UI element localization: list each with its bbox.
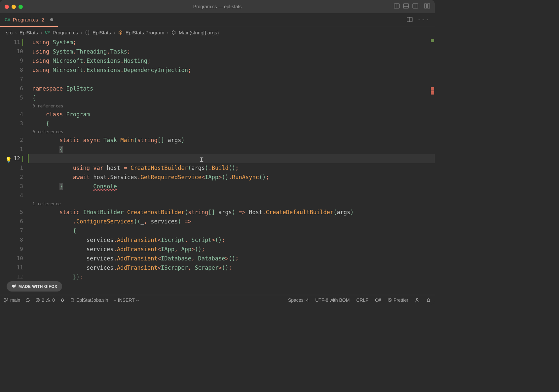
flame-button[interactable] bbox=[60, 298, 65, 302]
layout-customize-icon[interactable] bbox=[424, 3, 430, 10]
sync-button[interactable] bbox=[25, 298, 30, 302]
code-line[interactable]: static async Task Main(string[] args) bbox=[28, 136, 435, 145]
tab-program-cs[interactable]: C# Program.cs 2 bbox=[0, 13, 58, 27]
window-title: Program.cs — epl-stats bbox=[193, 4, 242, 9]
csharp-icon: C# bbox=[45, 30, 50, 35]
close-button[interactable] bbox=[5, 5, 9, 9]
minimap-marker[interactable] bbox=[431, 87, 434, 91]
code-line[interactable]: await host.Services.GetRequiredService<I… bbox=[28, 173, 435, 182]
code-line[interactable]: services.AddTransient<IScript, Script>()… bbox=[28, 235, 435, 245]
code-line[interactable]: } bbox=[28, 182, 435, 191]
language-mode-button[interactable]: C# bbox=[375, 297, 381, 303]
code-line[interactable] bbox=[28, 191, 435, 200]
csharp-icon: C# bbox=[5, 17, 10, 22]
code-line[interactable]: .ConfigureServices((_, services) => bbox=[28, 217, 435, 226]
vim-mode: -- INSERT -- bbox=[113, 297, 139, 303]
chevron-right-icon: › bbox=[167, 30, 168, 35]
warning-icon bbox=[46, 298, 51, 302]
code-line[interactable]: }); bbox=[28, 272, 435, 282]
breadcrumb[interactable]: src › EplStats › C# Program.cs › EplStat… bbox=[0, 27, 435, 38]
breadcrumb-item[interactable]: Program.cs bbox=[53, 30, 78, 35]
namespace-icon bbox=[85, 30, 90, 35]
chevron-right-icon: › bbox=[15, 30, 17, 35]
flame-icon bbox=[60, 298, 65, 302]
code-line[interactable]: { bbox=[28, 226, 435, 235]
change-indicator-icon bbox=[28, 154, 29, 163]
person-icon bbox=[415, 298, 420, 302]
code-line-current[interactable]: 💡 Console ⌶ bbox=[28, 154, 435, 163]
feedback-button[interactable] bbox=[415, 298, 420, 302]
breadcrumb-item[interactable]: Main(string[] args) bbox=[179, 30, 219, 35]
code-line[interactable]: using Microsoft.Extensions.DependencyInj… bbox=[28, 65, 435, 75]
titlebar: Program.cs — epl-stats bbox=[0, 0, 435, 13]
code-line[interactable]: static IHostBuilder CreateHostBuilder(st… bbox=[28, 208, 435, 217]
sync-icon bbox=[25, 298, 30, 302]
minimize-button[interactable] bbox=[12, 5, 16, 9]
code-line[interactable]: { bbox=[28, 119, 435, 128]
solution-file[interactable]: EplStatJobs.sln bbox=[70, 297, 108, 303]
problems-button[interactable]: 2 0 bbox=[35, 297, 55, 303]
prettier-icon bbox=[388, 298, 392, 302]
codelens[interactable]: 0 references bbox=[28, 102, 435, 110]
svg-rect-0 bbox=[394, 4, 399, 8]
encoding-button[interactable]: UTF-8 with BOM bbox=[315, 297, 350, 303]
svg-point-12 bbox=[7, 298, 8, 300]
svg-rect-6 bbox=[425, 4, 427, 8]
branch-icon bbox=[4, 298, 9, 302]
svg-rect-2 bbox=[403, 4, 409, 8]
breadcrumb-item[interactable]: EplStats.Program bbox=[126, 30, 165, 35]
codelens[interactable]: 0 references bbox=[28, 128, 435, 136]
error-icon bbox=[35, 298, 40, 302]
breadcrumb-item[interactable]: EplStats bbox=[19, 30, 38, 35]
codelens[interactable]: 1 reference bbox=[28, 200, 435, 208]
svg-rect-7 bbox=[428, 4, 430, 8]
editor[interactable]: 11 10 9 8 7 6 5 4 3 2 1 12 1 2 3 4 5 6 7… bbox=[0, 38, 435, 295]
gutter: 11 10 9 8 7 6 5 4 3 2 1 12 1 2 3 4 5 6 7… bbox=[0, 38, 28, 295]
code-line[interactable]: services.AddTransient<IApp, App>(); bbox=[28, 245, 435, 254]
code-line[interactable]: using var host = CreateHostBuilder(args)… bbox=[28, 163, 435, 173]
code-line[interactable]: using Microsoft.Extensions.Hosting; bbox=[28, 56, 435, 65]
split-right-icon[interactable] bbox=[412, 3, 418, 10]
class-icon bbox=[118, 30, 123, 35]
notifications-button[interactable] bbox=[426, 298, 431, 302]
tab-problem-count: 2 bbox=[41, 17, 44, 22]
code-line[interactable]: services.AddTransient<IScraper, Scraper>… bbox=[28, 263, 435, 272]
svg-rect-4 bbox=[413, 4, 418, 8]
code-line[interactable]: { bbox=[28, 93, 435, 102]
minimap-marker[interactable] bbox=[431, 39, 434, 42]
overview-ruler[interactable] bbox=[431, 38, 434, 170]
code-line[interactable] bbox=[28, 75, 435, 84]
code-line[interactable]: using System.Threading.Tasks; bbox=[28, 47, 435, 56]
statusbar: main 2 0 EplStatJobs.sln -- INSERT -- Sp… bbox=[0, 295, 435, 305]
traffic-lights bbox=[5, 5, 23, 9]
fox-icon bbox=[11, 283, 17, 290]
eol-button[interactable]: CRLF bbox=[356, 297, 368, 303]
code-line[interactable]: { bbox=[28, 145, 435, 154]
chevron-right-icon: › bbox=[114, 30, 115, 35]
code-line[interactable]: class Program bbox=[28, 110, 435, 119]
split-editor-icon[interactable] bbox=[407, 17, 413, 24]
minimap-marker[interactable] bbox=[431, 91, 434, 95]
split-left-icon[interactable] bbox=[394, 3, 400, 10]
svg-point-10 bbox=[5, 298, 6, 299]
indentation-button[interactable]: Spaces: 4 bbox=[288, 297, 309, 303]
lightbulb-icon[interactable]: 💡 bbox=[5, 155, 12, 165]
prettier-button[interactable]: Prettier bbox=[388, 297, 408, 303]
file-icon bbox=[70, 298, 75, 302]
breadcrumb-item[interactable]: EplStats bbox=[93, 30, 111, 35]
text-cursor-icon: ⌶ bbox=[200, 155, 204, 164]
code-line[interactable]: using System; bbox=[28, 38, 435, 47]
code-line[interactable]: services.AddTransient<IDatabase, Databas… bbox=[28, 254, 435, 263]
chevron-right-icon: › bbox=[81, 30, 82, 35]
gifox-badge: MADE WITH GIFOX bbox=[7, 281, 62, 292]
split-bottom-icon[interactable] bbox=[403, 3, 409, 10]
git-branch[interactable]: main bbox=[4, 297, 20, 303]
svg-point-15 bbox=[416, 298, 418, 300]
bell-icon bbox=[426, 298, 431, 302]
chevron-right-icon: › bbox=[41, 30, 42, 35]
code-line[interactable]: namespace EplStats bbox=[28, 84, 435, 93]
breadcrumb-item[interactable]: src bbox=[6, 30, 13, 35]
code-area[interactable]: using System; using System.Threading.Tas… bbox=[28, 38, 435, 295]
more-actions-icon[interactable]: ··· bbox=[417, 17, 429, 24]
maximize-button[interactable] bbox=[19, 5, 23, 9]
